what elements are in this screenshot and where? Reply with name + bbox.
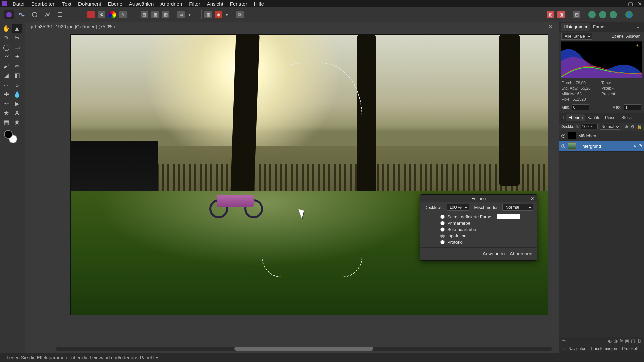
move-tool-icon[interactable]: ▲ [12,24,22,33]
layer-lock-icon[interactable]: 🔒 [637,124,642,129]
visibility-icon[interactable]: ⦿ [561,144,566,149]
menu-item[interactable]: Filter [186,0,203,7]
heal-tool-icon[interactable]: ✚ [1,90,11,99]
menu-item[interactable]: Fenster [227,0,250,7]
photo-persona-icon[interactable] [4,10,14,19]
fill-option[interactable]: Sekundärfarbe [440,227,531,232]
clone-tool-icon[interactable]: ⌕ [12,80,22,89]
maximize-icon[interactable]: ▢ [628,1,633,7]
color-swatch-icon[interactable] [87,11,95,18]
horizontal-scrollbar[interactable] [56,347,552,351]
menu-item[interactable]: Text [60,0,74,7]
tab-color[interactable]: Farbe [590,23,607,31]
layer-row[interactable]: ⦿ Hintergrund ☑ ⦿ [559,141,644,152]
radio-inpainting[interactable] [440,234,445,238]
radio-secondary[interactable] [440,227,445,232]
blend-select[interactable]: Normal [502,204,533,211]
fill-option[interactable]: Selbst definierte Farbe [440,214,531,219]
stack-front-icon[interactable]: ◧ [547,11,554,18]
grid-icon[interactable]: ▦ [151,11,159,18]
brush-tool-icon[interactable]: 🖌 [1,62,11,70]
blend-mode-select[interactable]: Normal [600,124,620,130]
liquify-persona-icon[interactable] [17,10,27,19]
menu-item[interactable]: Dokument [75,0,104,7]
mask-icon[interactable]: ◐ [608,338,612,343]
document-tab[interactable]: girl-535251_1920.jpg [Geändert] (75,0%) … [27,22,557,32]
foreground-color-swatch[interactable] [4,130,13,139]
mesh-tool-icon[interactable]: ▦ [1,118,11,127]
custom-color-swatch[interactable] [497,214,520,219]
align-panel-icon[interactable]: ▤ [573,11,580,18]
lasso-tool-icon[interactable]: 〰 [1,52,11,61]
tab-histogram[interactable]: Histogramm [561,23,590,31]
cancel-button[interactable]: Abbrechen [509,251,532,256]
color-swatches[interactable] [4,130,17,143]
delete-layer-icon[interactable]: 🗑 [637,338,641,343]
dialog-title-bar[interactable]: Füllung ✕ [420,195,537,202]
text-tool-icon[interactable]: A [12,109,22,117]
close-icon[interactable]: ✕ [638,1,642,7]
stack-back-icon[interactable]: ◨ [557,11,565,18]
layer-settings-icon[interactable]: ⚙ [631,124,635,129]
minimize-icon[interactable]: — [618,1,623,7]
max-input[interactable] [624,104,641,110]
star-tool-icon[interactable]: ★ [1,109,11,117]
hand-tool-icon[interactable]: ✋ [1,24,11,33]
blur-tool-icon[interactable]: 💧 [12,90,22,99]
menu-item[interactable]: Anordnen [158,0,185,7]
grid-icon[interactable]: ▦ [162,11,169,18]
menu-item[interactable]: Hilfe [251,0,267,7]
pen-tool-icon[interactable]: ✒ [1,99,11,108]
eye-dropper-icon[interactable]: ◉ [12,118,22,127]
menu-item[interactable]: Auswählen [126,0,156,7]
node-tool-icon[interactable]: ✎ [1,34,11,42]
fill-option[interactable]: Inpainting [440,233,531,238]
menu-item[interactable]: Ansicht [204,0,226,7]
tab-stock[interactable]: Stock [619,114,634,121]
radio-custom-color[interactable] [440,215,445,219]
preview-icon[interactable]: ▭ [561,338,566,343]
scope-selection[interactable]: Auswahl [626,34,641,39]
account-icon[interactable]: 👤 [625,11,633,18]
color-wheel-icon[interactable] [109,11,116,18]
globe-icon[interactable] [610,11,617,18]
min-input[interactable] [572,104,589,110]
apply-button[interactable]: Anwenden [483,251,505,256]
menu-item[interactable]: Bearbeiten [29,0,58,7]
selection-brush-icon[interactable]: ◯ [1,43,11,52]
tab-history[interactable]: Protokoll [620,346,640,352]
chevron-down-icon[interactable]: ▾ [188,12,191,17]
pencil-tool-icon[interactable]: ✏ [12,62,22,70]
tab-transform[interactable]: Transformieren [588,346,619,352]
align-icon[interactable]: ▭ [177,11,185,18]
channel-select[interactable]: Alle Kanäle [561,33,592,40]
opacity-input[interactable] [581,124,598,129]
layer-row[interactable]: ⦿ Mädchen [559,131,644,141]
visibility-icon[interactable]: ⦿ [561,133,566,138]
close-tab-icon[interactable]: ✕ [549,24,553,29]
close-icon[interactable]: ✕ [530,196,534,201]
picker-icon[interactable]: ✎ [119,11,127,18]
fill-option[interactable]: Protokoll [440,240,531,245]
crop-preset-icon[interactable]: ▥ [204,11,212,18]
tab-channels[interactable]: Kanäle [585,114,602,121]
radio-primary[interactable] [440,221,445,225]
menu-item[interactable]: Ebene [105,0,125,7]
record-icon[interactable]: ◉ [215,11,222,18]
fill-tool-icon[interactable]: ◢ [1,71,11,80]
develop-persona-icon[interactable] [30,10,40,19]
crop-tool-icon[interactable]: ✂ [12,34,22,42]
reset-icon[interactable]: ⟲ [98,11,105,18]
radio-history[interactable] [440,240,445,244]
globe-icon[interactable] [588,11,596,18]
tab-brushes[interactable]: Pinsel [603,114,619,121]
fx-icon[interactable]: fx [620,338,623,343]
export-persona-icon[interactable] [55,10,65,19]
scrollbar-thumb[interactable] [234,347,373,351]
tab-navigator[interactable]: Navigator [566,346,587,352]
fill-option[interactable]: Primärfarbe [440,221,531,226]
gradient-tool-icon[interactable]: ◧ [12,71,22,80]
tone-persona-icon[interactable] [42,10,52,19]
shape-tool-icon[interactable]: ▶ [12,99,22,108]
opacity-select[interactable]: 100 % [447,204,469,211]
